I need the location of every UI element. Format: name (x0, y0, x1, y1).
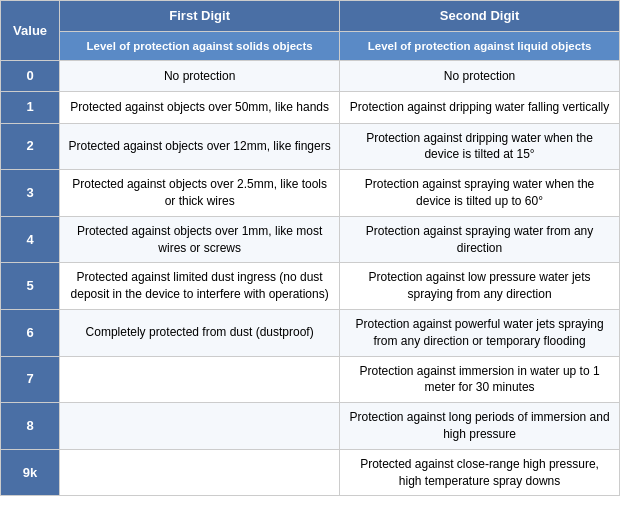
solid-protection-cell: No protection (60, 61, 340, 92)
value-cell: 1 (1, 92, 60, 123)
value-cell: 7 (1, 356, 60, 403)
solids-sub-header: Level of protection against solids objec… (60, 32, 340, 61)
table-row: 9kProtected against close-range high pre… (1, 449, 620, 496)
liquids-sub-header: Level of protection against liquid objec… (340, 32, 620, 61)
solid-protection-cell (60, 403, 340, 450)
value-cell: 6 (1, 310, 60, 357)
value-cell: 4 (1, 216, 60, 263)
table-row: 7Protection against immersion in water u… (1, 356, 620, 403)
solid-protection-cell (60, 449, 340, 496)
liquid-protection-cell: Protection against long periods of immer… (340, 403, 620, 450)
solid-protection-cell: Protected against objects over 12mm, lik… (60, 123, 340, 170)
liquid-protection-cell: Protection against dripping water when t… (340, 123, 620, 170)
table-row: 4Protected against objects over 1mm, lik… (1, 216, 620, 263)
liquid-protection-cell: Protection against powerful water jets s… (340, 310, 620, 357)
solid-protection-cell: Protected against objects over 2.5mm, li… (60, 170, 340, 217)
value-cell: 8 (1, 403, 60, 450)
table-row: 8Protection against long periods of imme… (1, 403, 620, 450)
liquid-protection-cell: Protection against dripping water fallin… (340, 92, 620, 123)
solid-protection-cell: Protected against objects over 50mm, lik… (60, 92, 340, 123)
value-cell: 0 (1, 61, 60, 92)
solid-protection-cell (60, 356, 340, 403)
value-cell: 9k (1, 449, 60, 496)
liquid-protection-cell: Protection against spraying water when t… (340, 170, 620, 217)
value-header: Value (1, 1, 60, 61)
table-row: 0No protectionNo protection (1, 61, 620, 92)
liquid-protection-cell: Protected against close-range high press… (340, 449, 620, 496)
solid-protection-cell: Protected against objects over 1mm, like… (60, 216, 340, 263)
table-row: 1Protected against objects over 50mm, li… (1, 92, 620, 123)
liquid-protection-cell: Protection against low pressure water je… (340, 263, 620, 310)
value-cell: 2 (1, 123, 60, 170)
table-row: 5Protected against limited dust ingress … (1, 263, 620, 310)
liquid-protection-cell: Protection against immersion in water up… (340, 356, 620, 403)
table-row: 3Protected against objects over 2.5mm, l… (1, 170, 620, 217)
second-digit-header: Second Digit (340, 1, 620, 32)
table-row: 2Protected against objects over 12mm, li… (1, 123, 620, 170)
liquid-protection-cell: Protection against spraying water from a… (340, 216, 620, 263)
solid-protection-cell: Protected against limited dust ingress (… (60, 263, 340, 310)
ip-rating-table: Value First Digit Second Digit Level of … (0, 0, 620, 496)
first-digit-header: First Digit (60, 1, 340, 32)
solid-protection-cell: Completely protected from dust (dustproo… (60, 310, 340, 357)
value-cell: 3 (1, 170, 60, 217)
liquid-protection-cell: No protection (340, 61, 620, 92)
table-row: 6Completely protected from dust (dustpro… (1, 310, 620, 357)
value-cell: 5 (1, 263, 60, 310)
